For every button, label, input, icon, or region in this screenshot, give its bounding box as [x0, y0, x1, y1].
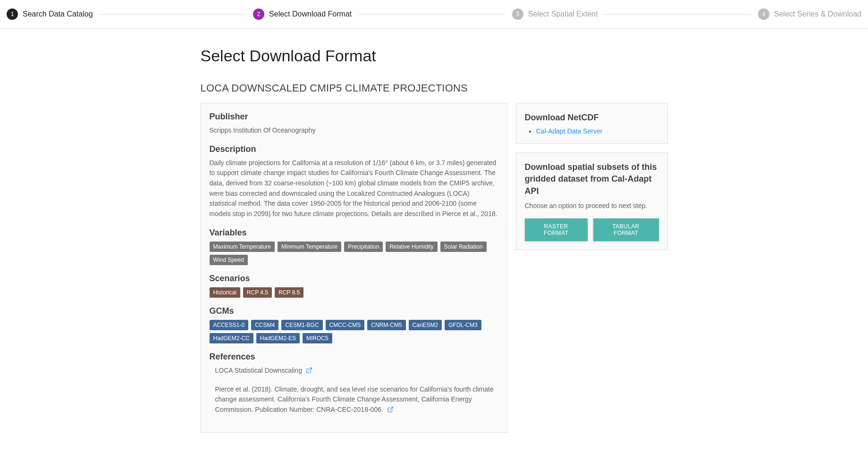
raster-format-button[interactable]: RASTER FORMAT — [525, 218, 588, 241]
step-1-badge: 1 — [7, 8, 18, 20]
page-content: Select Download Format LOCA DOWNSCALED C… — [201, 29, 668, 451]
variable-chip: Solar Radiation — [440, 242, 487, 252]
variable-chip: Relative Humidity — [386, 242, 437, 252]
gcm-chip: MIROC5 — [303, 333, 332, 343]
variables-chips: Maximum Temperature Minimum Temperature … — [210, 242, 498, 265]
external-link-icon — [387, 406, 394, 413]
download-netcdf-heading: Download NetCDF — [525, 112, 659, 124]
step-3[interactable]: 3 Select Spatial Extent — [512, 8, 598, 20]
gcm-chip: ACCESS1-0 — [210, 320, 249, 330]
stepper: 1 Search Data Catalog 2 Select Download … — [0, 0, 868, 29]
scenarios-chips: Historical RCP 4.5 RCP 8.5 — [210, 287, 498, 298]
download-netcdf-card: Download NetCDF Cal-Adapt Data Server — [516, 103, 668, 144]
download-subset-hint: Choose an option to proceed to next step… — [525, 201, 659, 211]
scenario-chip: RCP 4.5 — [243, 287, 272, 298]
svg-line-0 — [309, 368, 312, 371]
reference-link-2[interactable]: Pierce et al. (2018). Climate, drought, … — [215, 385, 494, 413]
external-link-icon — [306, 367, 312, 374]
download-subset-card: Download spatial subsets of this gridded… — [516, 152, 668, 250]
page-title: Select Download Format — [201, 47, 668, 65]
gcm-chip: CanESM2 — [409, 320, 442, 330]
dataset-heading: LOCA DOWNSCALED CMIP5 CLIMATE PROJECTION… — [201, 82, 668, 94]
scenario-chip: Historical — [210, 287, 240, 298]
variable-chip: Precipitation — [344, 242, 383, 252]
gcm-chip: CMCC-CMS — [326, 320, 365, 330]
step-2-label: Select Download Format — [269, 10, 352, 18]
step-2-badge: 2 — [253, 8, 264, 20]
gcm-chip: HadGEM2-CC — [210, 333, 253, 343]
gcms-chips: ACCESS1-0 CCSM4 CESM1-BGC CMCC-CMS CNRM-… — [210, 320, 498, 343]
description-value: Daily climate projections for California… — [210, 158, 498, 219]
step-4-badge: 4 — [758, 8, 769, 20]
reference-link-1[interactable]: LOCA Statistical Downscaling — [215, 367, 312, 374]
step-4-label: Select Series & Download — [774, 10, 861, 18]
step-1-label: Search Data Catalog — [23, 10, 93, 18]
scenarios-heading: Scenarios — [210, 274, 498, 284]
variable-chip: Wind Speed — [210, 255, 248, 265]
step-2[interactable]: 2 Select Download Format — [253, 8, 352, 20]
variable-chip: Maximum Temperature — [210, 242, 275, 252]
references-heading: References — [210, 352, 498, 362]
publisher-heading: Publisher — [210, 112, 498, 122]
tabular-format-button[interactable]: TABULAR FORMAT — [593, 218, 659, 241]
step-separator — [358, 14, 506, 15]
variables-heading: Variables — [210, 228, 498, 238]
gcm-chip: GFDL-CM3 — [445, 320, 481, 330]
step-separator — [100, 14, 247, 15]
step-3-badge: 3 — [512, 8, 523, 20]
svg-line-1 — [390, 407, 393, 410]
publisher-value: Scripps Institution Of Oceanography — [210, 125, 498, 136]
dataset-detail-card: Publisher Scripps Institution Of Oceanog… — [201, 103, 507, 433]
step-separator — [604, 14, 751, 15]
gcm-chip: HadGEM2-ES — [256, 333, 300, 343]
step-1[interactable]: 1 Search Data Catalog — [7, 8, 93, 20]
caladapt-data-server-link[interactable]: Cal-Adapt Data Server — [536, 127, 603, 135]
gcm-chip: CCSM4 — [251, 320, 278, 330]
gcm-chip: CESM1-BGC — [281, 320, 322, 330]
list-item: Cal-Adapt Data Server — [536, 127, 659, 135]
variable-chip: Minimum Temperature — [278, 242, 341, 252]
gcms-heading: GCMs — [210, 306, 498, 316]
description-heading: Description — [210, 144, 498, 154]
step-3-label: Select Spatial Extent — [528, 10, 598, 18]
download-subset-heading: Download spatial subsets of this gridded… — [525, 161, 659, 197]
scenario-chip: RCP 8.5 — [275, 287, 303, 298]
step-4[interactable]: 4 Select Series & Download — [758, 8, 861, 20]
gcm-chip: CNRM-CM5 — [367, 320, 405, 330]
